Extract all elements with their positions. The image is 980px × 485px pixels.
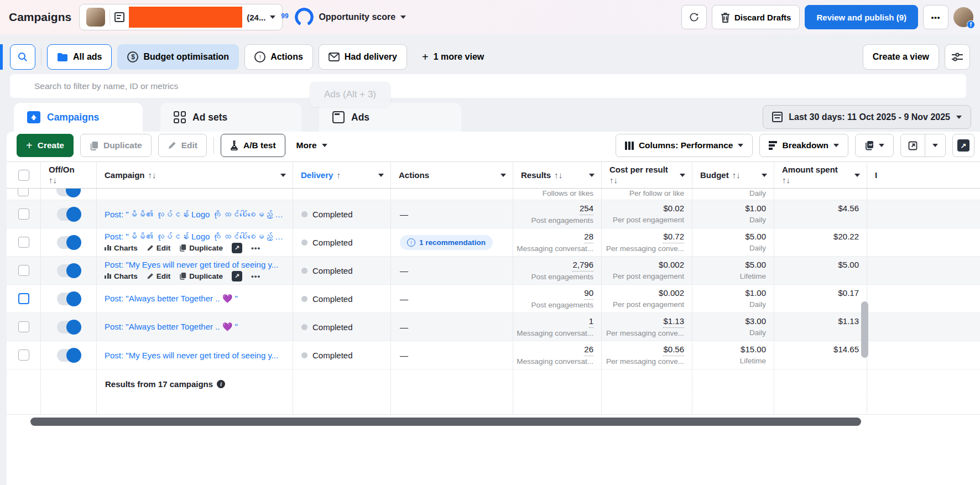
chevron-down-icon — [400, 15, 406, 19]
cost-type: Per messaging conve... — [606, 328, 684, 339]
row-checkbox[interactable] — [18, 189, 29, 196]
tab-campaigns[interactable]: Campaigns — [14, 103, 143, 132]
results-summary: Results from 17 campaigns — [105, 379, 213, 389]
columns-button[interactable]: Columns: Performance — [616, 134, 753, 157]
tab-ad-sets[interactable]: Ad sets — [160, 103, 301, 132]
vertical-scrollbar[interactable] — [861, 301, 868, 358]
search-views-button[interactable] — [10, 44, 35, 70]
plus-icon: + — [26, 140, 33, 151]
sort-icon: ↑ — [336, 170, 341, 180]
campaign-link[interactable]: Post: "မိမိ၏ လုပ်ငန်း Logo ကို ထင်ပေါ်စေ… — [105, 232, 287, 241]
amount-spent-value: $5.00 — [838, 259, 859, 271]
export-split-button — [900, 134, 946, 157]
header-amount-spent[interactable]: Amount spent↑↓ — [774, 162, 867, 188]
status-dot-icon — [301, 211, 307, 217]
campaign-link[interactable]: Post: "My Eyes will never get tired of s… — [105, 260, 287, 269]
row-more-button[interactable]: ••• — [251, 272, 260, 280]
horizontal-scrollbar[interactable] — [30, 418, 861, 426]
duplicate-row-button[interactable]: Duplicate — [179, 272, 223, 280]
ab-test-button[interactable]: A/B test — [221, 134, 285, 157]
table-row: Post: "မိမိ၏ လုပ်ငန်း Logo ကို ထင်ပေါ်စေ… — [7, 200, 980, 228]
content-card: + Create Duplicate Edit A/B test More — [7, 132, 980, 485]
amount-spent-value: $4.56 — [838, 202, 859, 215]
row-checkbox[interactable] — [18, 265, 29, 276]
chevron-down-icon — [680, 174, 685, 177]
campaign-link[interactable]: Post: "My Eyes will never get tired of s… — [105, 351, 287, 360]
edit-button[interactable]: Edit — [158, 134, 207, 157]
amount-spent-value: $20.22 — [833, 231, 859, 243]
row-checkbox[interactable] — [18, 208, 29, 220]
more-menu-button[interactable]: More — [292, 134, 332, 157]
campaign-link[interactable]: Post: "မိမိ၏ လုပ်ငန်း Logo ကို ထင်ပေါ်စေ… — [105, 210, 287, 219]
duplicate-row-button[interactable]: Duplicate — [179, 244, 223, 252]
view-chart-icon[interactable]: ↗ — [232, 243, 242, 253]
chart-overview-button[interactable]: ↗ — [952, 134, 974, 157]
campaign-link[interactable]: Post: "Always better Together .. 💜 " — [105, 322, 287, 332]
columns-icon — [625, 142, 634, 150]
header-cost-per-result[interactable]: Cost per result↑↓ — [602, 162, 692, 188]
view-budget-optimisation[interactable]: $ Budget optimisation — [117, 44, 239, 70]
page-title: Campaigns — [9, 11, 71, 24]
search-input[interactable] — [15, 81, 961, 91]
row-checkbox[interactable] — [18, 237, 29, 248]
more-options-button[interactable]: ••• — [923, 5, 948, 29]
ads-shortcut-tooltip: Ads (Alt + 3) — [310, 82, 390, 107]
header-off-on[interactable]: Off/On↑↓ — [41, 162, 97, 188]
header-results[interactable]: Results↑↓ — [513, 162, 602, 188]
charts-button[interactable]: Charts — [105, 244, 138, 252]
row-toggle[interactable] — [56, 189, 80, 196]
opportunity-score[interactable]: Opportunity score — [295, 8, 406, 27]
results-value: 28 — [584, 231, 593, 243]
header-delivery[interactable]: Delivery↑ — [293, 162, 391, 188]
header-campaign[interactable]: Campaign↑↓ — [97, 162, 293, 188]
view-had-delivery[interactable]: Had delivery — [319, 44, 407, 70]
view-chart-icon[interactable]: ↗ — [232, 271, 242, 281]
export-options-button[interactable] — [925, 134, 945, 157]
edit-row-button[interactable]: Edit — [147, 272, 171, 280]
account-selector[interactable]: (24... — [79, 4, 283, 30]
refresh-icon — [689, 12, 700, 23]
status-dot-icon — [301, 324, 307, 330]
discard-drafts-button[interactable]: Discard Drafts — [712, 5, 800, 29]
table-row: Post: "Always better Together .. 💜 " Com… — [7, 284, 980, 312]
select-all-checkbox[interactable] — [18, 170, 29, 181]
view-actions[interactable]: ↑ Actions — [244, 44, 313, 70]
status-dot-icon — [301, 296, 307, 302]
header-actions[interactable]: Actions — [391, 162, 513, 188]
edit-row-button[interactable]: Edit — [147, 244, 171, 252]
info-icon[interactable]: i — [217, 380, 225, 388]
cost-type: Per messaging conve... — [606, 356, 684, 367]
row-toggle[interactable] — [57, 349, 80, 362]
user-avatar[interactable]: f — [953, 7, 973, 27]
campaign-link[interactable]: Post: "Always better Together .. 💜 " — [105, 294, 287, 304]
row-checkbox[interactable] — [18, 350, 29, 361]
duplicate-button[interactable]: Duplicate — [80, 134, 152, 157]
one-more-view-button[interactable]: + 1 more view — [413, 44, 493, 70]
charts-button[interactable]: Charts — [105, 272, 138, 280]
view-all-ads[interactable]: All ads — [47, 44, 112, 70]
delivery-status: Completed — [312, 266, 353, 275]
export-button[interactable] — [901, 134, 925, 157]
refresh-button[interactable] — [681, 5, 707, 29]
row-toggle[interactable] — [57, 236, 80, 249]
row-checkbox[interactable] — [18, 321, 29, 332]
chevron-down-icon — [956, 116, 962, 119]
row-more-button[interactable]: ••• — [251, 244, 260, 252]
recommendation-badge[interactable]: ↑ 1 recommendation — [400, 235, 493, 250]
breakdown-button[interactable]: Breakdown — [759, 134, 848, 157]
row-toggle[interactable] — [57, 264, 80, 277]
view-settings-button[interactable] — [945, 44, 970, 70]
review-publish-button[interactable]: Review and publish (9) — [805, 5, 918, 29]
reports-button[interactable] — [855, 134, 894, 157]
create-view-button[interactable]: Create a view — [863, 44, 939, 70]
row-toggle[interactable] — [57, 321, 80, 333]
row-checkbox[interactable] — [18, 293, 29, 304]
create-button[interactable]: + Create — [17, 134, 74, 157]
header-budget[interactable]: Budget↑↓ — [692, 162, 774, 188]
dollar-icon: $ — [127, 51, 138, 62]
tab-ads[interactable]: Ads — [319, 103, 461, 132]
row-toggle[interactable] — [57, 208, 80, 221]
date-range-selector[interactable]: Last 30 days: 11 Oct 2025 - 9 Nov 2025 — [763, 105, 971, 129]
row-toggle[interactable] — [57, 293, 80, 305]
account-id-redacted — [129, 7, 242, 28]
